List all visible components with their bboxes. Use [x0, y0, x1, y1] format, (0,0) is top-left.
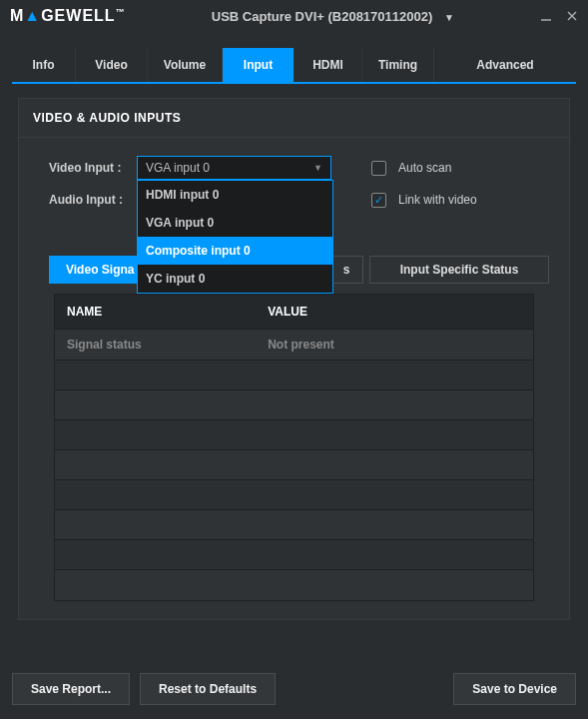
brand-logo: M▲GEWELL™ [10, 7, 126, 25]
auto-scan-checkbox[interactable] [371, 161, 386, 176]
close-button[interactable] [566, 10, 578, 22]
auto-scan-group: Auto scan [371, 161, 451, 176]
table-row [55, 360, 533, 390]
video-input-label: Video Input : [49, 161, 137, 175]
tab-volume[interactable]: Volume [148, 48, 223, 82]
sub-tab-stub[interactable]: s [329, 256, 363, 284]
video-input-row: Video Input : VGA input 0 ▼ HDMI input 0… [49, 152, 549, 184]
table-row [55, 510, 533, 540]
minimize-button[interactable] [540, 10, 552, 22]
status-table: NAME VALUE Signal statusNot present [55, 295, 533, 600]
triangle-down-icon: ▼ [313, 163, 322, 173]
reset-defaults-button[interactable]: Reset to Defaults [140, 673, 276, 705]
table-row: Signal statusNot present [55, 330, 533, 360]
tab-timing[interactable]: Timing [362, 48, 434, 82]
window-controls [540, 10, 578, 22]
table-row [55, 450, 533, 480]
save-report-button[interactable]: Save Report... [12, 673, 130, 705]
col-name-header: NAME [55, 295, 256, 330]
dropdown-option[interactable]: VGA input 0 [138, 209, 332, 237]
table-row [55, 480, 533, 510]
footer: Save Report... Reset to Defaults Save to… [0, 659, 588, 719]
app-window: M▲GEWELL™ USB Capture DVI+ (B20817011200… [0, 0, 588, 719]
form-area: Video Input : VGA input 0 ▼ HDMI input 0… [19, 138, 569, 236]
link-video-group: Link with video [371, 193, 477, 208]
status-table-wrapper: NAME VALUE Signal statusNot present [54, 294, 534, 601]
col-value-header: VALUE [256, 295, 533, 330]
table-row [55, 570, 533, 600]
sub-tab-specific-status[interactable]: Input Specific Status [369, 256, 549, 284]
main-tabs: Info Video Volume Input HDMI Timing Adva… [12, 48, 576, 84]
audio-input-label: Audio Input : [49, 193, 137, 207]
video-input-dropdown: HDMI input 0 VGA input 0 Composite input… [137, 180, 333, 294]
link-video-checkbox[interactable] [371, 193, 386, 208]
video-input-select[interactable]: VGA input 0 ▼ HDMI input 0 VGA input 0 C… [137, 156, 331, 180]
link-video-label: Link with video [398, 193, 477, 207]
dropdown-option[interactable]: YC input 0 [138, 265, 332, 293]
table-row [55, 420, 533, 450]
dropdown-option[interactable]: Composite input 0 [138, 237, 332, 265]
save-to-device-button[interactable]: Save to Device [453, 673, 576, 705]
table-row [55, 540, 533, 570]
footer-spacer [286, 673, 443, 705]
chevron-down-icon: ▼ [444, 12, 454, 23]
device-title-text: USB Capture DVI+ (B208170112002) [212, 9, 432, 24]
tab-video[interactable]: Video [76, 48, 148, 82]
tab-advanced[interactable]: Advanced [434, 48, 576, 82]
tab-info[interactable]: Info [12, 48, 76, 82]
inputs-panel: VIDEO & AUDIO INPUTS Video Input : VGA i… [18, 98, 570, 620]
auto-scan-label: Auto scan [398, 161, 451, 175]
panel-title: VIDEO & AUDIO INPUTS [19, 99, 569, 138]
table-row [55, 390, 533, 420]
titlebar: M▲GEWELL™ USB Capture DVI+ (B20817011200… [0, 0, 588, 32]
tab-hdmi[interactable]: HDMI [294, 48, 362, 82]
dropdown-option[interactable]: HDMI input 0 [138, 181, 332, 209]
device-selector[interactable]: USB Capture DVI+ (B208170112002) ▼ [126, 9, 540, 24]
tab-input[interactable]: Input [223, 48, 294, 82]
video-input-value: VGA input 0 [146, 161, 210, 175]
